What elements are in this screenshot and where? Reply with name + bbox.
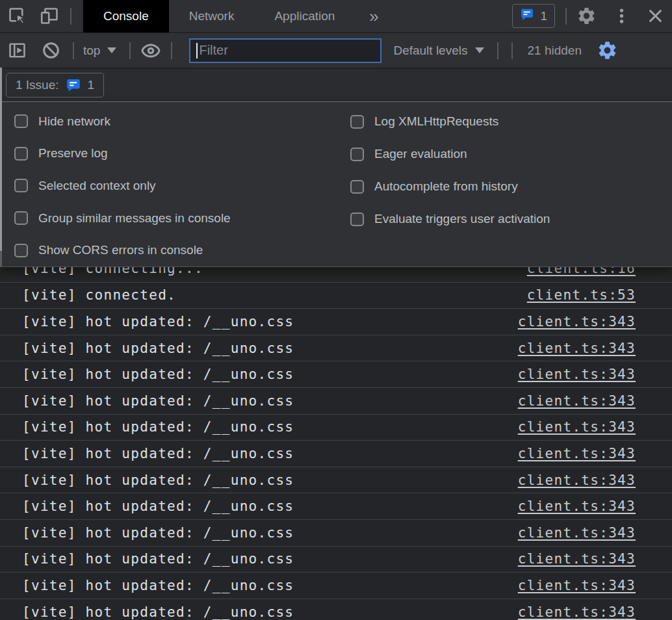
- toolbar-divider: [565, 8, 567, 25]
- checkbox-label[interactable]: Show CORS errors in console: [38, 243, 203, 257]
- log-source-link[interactable]: client.ts:343: [518, 446, 636, 461]
- log-source-link[interactable]: client.ts:343: [518, 472, 636, 488]
- checkbox-unchecked[interactable]: [350, 115, 364, 129]
- settings-checkbox-row[interactable]: Group similar messages in console: [0, 202, 336, 235]
- hidden-messages-count: 21 hidden: [527, 44, 581, 58]
- log-message-text: [vite] hot updated: /__uno.css: [22, 341, 294, 356]
- log-source-link[interactable]: client.ts:343: [518, 498, 636, 514]
- settings-checkbox-row[interactable]: Show CORS errors in console: [0, 234, 336, 266]
- console-log-row: [vite] hot updated: /__uno.css client.ts…: [0, 308, 672, 335]
- live-expression-eye-icon[interactable]: [139, 39, 162, 62]
- log-source-link[interactable]: client.ts:343: [518, 604, 636, 620]
- scrollbar-track: [0, 251, 2, 266]
- log-message-text: [vite] hot updated: /__uno.css: [22, 472, 294, 488]
- tab-network[interactable]: Network: [169, 0, 255, 32]
- log-source-link[interactable]: client.ts:343: [518, 314, 636, 329]
- checkbox-unchecked[interactable]: [350, 213, 364, 226]
- text-cursor: [196, 43, 198, 58]
- console-messages: [vite] connecting... client.ts:16 [vite]…: [0, 255, 672, 620]
- checkbox-label[interactable]: Autocomplete from history: [374, 179, 518, 194]
- checkbox-label[interactable]: Eager evaluation: [374, 147, 467, 161]
- checkbox-label[interactable]: Group similar messages in console: [38, 211, 231, 226]
- checkbox-unchecked[interactable]: [14, 211, 28, 225]
- checkbox-label[interactable]: Hide network: [38, 114, 110, 129]
- settings-checkbox-row[interactable]: Selected context only: [0, 170, 336, 202]
- log-message-text: [vite] hot updated: /__uno.css: [22, 419, 294, 435]
- log-source-link[interactable]: client.ts:343: [518, 341, 636, 356]
- settings-checkbox-row[interactable]: Log XMLHttpRequests: [336, 105, 672, 138]
- log-message-text: [vite] hot updated: /__uno.css: [22, 367, 294, 382]
- log-source-link[interactable]: client.ts:343: [518, 419, 636, 435]
- console-log-row: [vite] hot updated: /__uno.css client.ts…: [0, 414, 672, 441]
- settings-checkbox-row[interactable]: Eager evaluation: [336, 138, 672, 170]
- console-settings-gear-icon[interactable]: [596, 39, 619, 62]
- toolbar-divider: [70, 8, 71, 25]
- log-source-link[interactable]: client.ts:53: [527, 287, 636, 303]
- log-levels-selector[interactable]: Default levels: [393, 44, 484, 58]
- checkbox-unchecked[interactable]: [14, 244, 28, 257]
- tab-application[interactable]: Application: [254, 0, 355, 32]
- console-sidebar-toggle-icon[interactable]: [5, 39, 29, 62]
- clear-console-icon[interactable]: [39, 39, 62, 62]
- settings-checkbox-row[interactable]: Hide network: [0, 105, 336, 138]
- console-log-row: [vite] hot updated: /__uno.css client.ts…: [0, 599, 672, 620]
- checkbox-unchecked[interactable]: [14, 179, 28, 192]
- log-source-link[interactable]: client.ts:343: [518, 578, 636, 593]
- checkbox-unchecked[interactable]: [350, 148, 364, 161]
- console-log-row: [vite] hot updated: /__uno.css client.ts…: [0, 387, 672, 414]
- log-message-text: [vite] hot updated: /__uno.css: [22, 578, 294, 593]
- issue-count-label: 1 Issue:: [16, 78, 59, 92]
- devtools-tab-bar: Console Network Application » 1: [0, 0, 672, 32]
- console-log-row: [vite] hot updated: /__uno.css client.ts…: [0, 467, 672, 493]
- settings-checkbox-row[interactable]: Evaluate triggers user activation: [336, 203, 672, 235]
- checkbox-label[interactable]: Log XMLHttpRequests: [374, 114, 498, 129]
- more-tabs-chevron-icon[interactable]: »: [369, 8, 378, 25]
- log-message-text: [vite] hot updated: /__uno.css: [22, 604, 294, 620]
- console-log-row: [vite] hot updated: /__uno.css client.ts…: [0, 572, 672, 599]
- checkbox-unchecked[interactable]: [14, 147, 28, 161]
- issue-counter-button[interactable]: 1 Issue: 1: [6, 73, 104, 97]
- log-source-link[interactable]: client.ts:343: [518, 367, 636, 382]
- issue-bar: 1 Issue: 1: [0, 69, 672, 101]
- scrollbar-thumb[interactable]: [0, 68, 2, 251]
- tab-console[interactable]: Console: [83, 0, 169, 32]
- checkbox-label[interactable]: Selected context only: [38, 179, 156, 193]
- log-source-link[interactable]: client.ts:343: [518, 525, 636, 541]
- checkbox-unchecked[interactable]: [14, 114, 28, 128]
- log-message-text: [vite] hot updated: /__uno.css: [22, 551, 294, 567]
- log-message-text: [vite] connected.: [22, 287, 176, 303]
- toolbar-divider: [497, 42, 498, 59]
- settings-checkbox-row[interactable]: Preserve log: [0, 138, 336, 170]
- filter-input[interactable]: Filter: [189, 38, 381, 63]
- settings-column-left: Hide network Preserve log Selected conte…: [0, 105, 336, 266]
- log-message-text: [vite] hot updated: /__uno.css: [22, 525, 294, 541]
- chevron-down-icon: [107, 47, 116, 53]
- log-message-text: [vite] hot updated: /__uno.css: [22, 446, 294, 461]
- settings-checkbox-row[interactable]: Autocomplete from history: [336, 170, 672, 203]
- log-source-link[interactable]: client.ts:343: [518, 393, 636, 409]
- toolbar-divider: [171, 42, 172, 59]
- toolbar-divider: [129, 42, 131, 59]
- issues-badge-button[interactable]: 1: [512, 4, 555, 28]
- log-levels-label: Default levels: [393, 44, 467, 58]
- inspect-element-icon[interactable]: [5, 5, 29, 28]
- console-settings-pane: Hide network Preserve log Selected conte…: [0, 101, 672, 267]
- checkbox-label[interactable]: Evaluate triggers user activation: [374, 212, 550, 226]
- toolbar-divider: [511, 42, 513, 59]
- issue-count-value: 1: [88, 78, 95, 92]
- kebab-menu-icon[interactable]: [610, 5, 633, 28]
- checkbox-unchecked[interactable]: [350, 180, 364, 194]
- log-message-text: [vite] hot updated: /__uno.css: [22, 314, 294, 329]
- device-toolbar-icon[interactable]: [38, 5, 61, 28]
- checkbox-label[interactable]: Preserve log: [38, 146, 108, 161]
- close-icon[interactable]: [643, 5, 667, 28]
- panel-tabs: Console Network Application: [83, 0, 355, 32]
- context-selector-label: top: [83, 44, 100, 58]
- console-log-row: [vite] hot updated: /__uno.css client.ts…: [0, 335, 672, 361]
- issue-bubble-icon: [66, 77, 81, 93]
- settings-gear-icon[interactable]: [575, 5, 598, 28]
- toolbar-divider: [73, 42, 74, 59]
- log-source-link[interactable]: client.ts:343: [518, 551, 636, 567]
- context-selector[interactable]: top: [83, 44, 116, 58]
- filter-placeholder: Filter: [199, 43, 227, 58]
